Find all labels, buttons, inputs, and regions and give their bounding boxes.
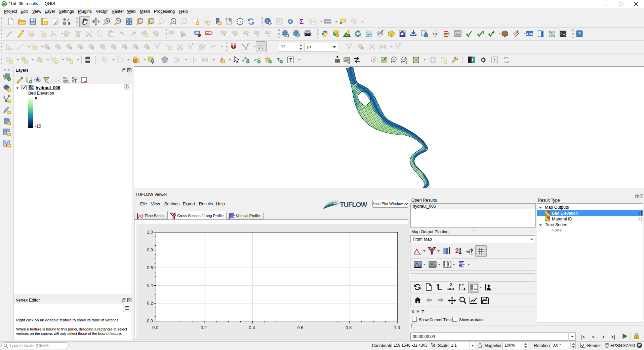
svg-text:✷: ✷ <box>8 89 10 92</box>
svg-text:abc: abc <box>221 32 226 35</box>
svg-text:X,Y: X,Y <box>441 57 446 60</box>
svg-text:abc: abc <box>243 32 248 35</box>
svg-text:TCF: TCF <box>433 32 439 36</box>
svg-text:✷: ✷ <box>8 111 10 114</box>
svg-text:✷: ✷ <box>44 21 47 25</box>
svg-text:ARR: ARR <box>526 32 533 36</box>
svg-text:abc: abc <box>206 32 211 35</box>
svg-text:T: T <box>289 57 292 63</box>
svg-text:2: 2 <box>638 217 640 221</box>
svg-text:Y: Y <box>462 283 464 287</box>
svg-text:T: T <box>277 57 280 62</box>
svg-text:✷: ✷ <box>145 34 148 37</box>
svg-text:✷: ✷ <box>8 100 10 103</box>
svg-text:✷: ✷ <box>9 60 12 64</box>
svg-text:X: X <box>450 283 452 286</box>
svg-text:✷: ✷ <box>70 60 73 64</box>
svg-text:✷: ✷ <box>169 46 171 50</box>
svg-text:abc: abc <box>266 32 270 35</box>
svg-text:✷: ✷ <box>8 133 10 136</box>
svg-text:TUFLOW: TUFLOW <box>340 201 367 208</box>
svg-text:Q: Q <box>482 30 484 34</box>
svg-text:✷: ✷ <box>196 22 199 25</box>
svg-text:2: 2 <box>455 247 459 254</box>
svg-text:✷: ✷ <box>8 122 10 125</box>
svg-text:2: 2 <box>638 211 640 215</box>
svg-text:abc: abc <box>232 32 237 35</box>
svg-text:1: 1 <box>492 30 494 33</box>
svg-text:✷: ✷ <box>25 60 27 64</box>
svg-text:Σ: Σ <box>299 18 304 25</box>
svg-text:1:1: 1:1 <box>160 20 164 22</box>
svg-text:✷: ✷ <box>8 144 10 147</box>
svg-text:✷: ✷ <box>222 60 224 63</box>
svg-text:a: a <box>68 21 70 26</box>
svg-text:✷: ✷ <box>34 46 36 50</box>
svg-text:✷: ✷ <box>444 60 447 64</box>
svg-text:✷: ✷ <box>43 33 45 37</box>
svg-text:i: i <box>267 19 268 24</box>
svg-text:abc: abc <box>254 32 259 35</box>
svg-text:ε: ε <box>51 77 53 82</box>
svg-text:abc: abc <box>169 32 174 35</box>
svg-text:✷: ✷ <box>218 22 221 25</box>
svg-text:✷: ✷ <box>207 21 210 25</box>
svg-text:✷: ✷ <box>55 60 57 64</box>
svg-text:?: ? <box>578 31 581 36</box>
